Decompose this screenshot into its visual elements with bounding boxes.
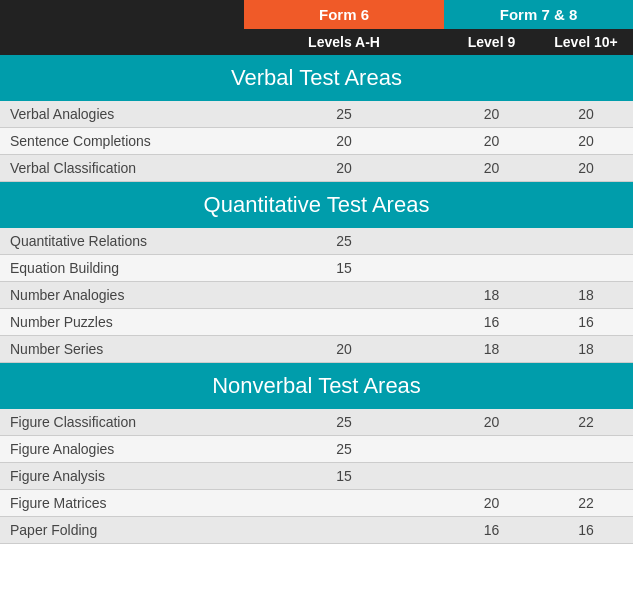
cell-level10: 18 [539, 282, 633, 309]
cell-levels-ah [244, 309, 444, 336]
cell-levels-ah: 20 [244, 128, 444, 155]
table-row: Figure Analysis15 [0, 463, 633, 490]
table-row: Verbal Classification202020 [0, 155, 633, 182]
cell-level10: 20 [539, 128, 633, 155]
cell-level9: 20 [444, 155, 539, 182]
test-areas-table: Form 6 Form 7 & 8 Levels A-H Level 9 Lev… [0, 0, 633, 544]
row-label: Figure Analysis [0, 463, 244, 490]
cell-level9: 16 [444, 309, 539, 336]
row-label: Number Series [0, 336, 244, 363]
cell-level10: 18 [539, 336, 633, 363]
table-row: Number Analogies1818 [0, 282, 633, 309]
cell-level9 [444, 228, 539, 255]
cell-levels-ah: 20 [244, 155, 444, 182]
cell-levels-ah: 25 [244, 436, 444, 463]
level-header-row: Levels A-H Level 9 Level 10+ [0, 29, 633, 55]
cell-level9: 16 [444, 517, 539, 544]
cell-level9: 18 [444, 336, 539, 363]
level9-header: Level 9 [444, 29, 539, 55]
table-row: Verbal Analogies252020 [0, 101, 633, 128]
cell-levels-ah [244, 517, 444, 544]
cell-levels-ah: 25 [244, 409, 444, 436]
cell-level10: 16 [539, 309, 633, 336]
table-row: Figure Matrices2022 [0, 490, 633, 517]
levels-ah-header: Levels A-H [244, 29, 444, 55]
cell-level9: 20 [444, 409, 539, 436]
table-row: Figure Analogies25 [0, 436, 633, 463]
table-row: Quantitative Relations25 [0, 228, 633, 255]
row-label: Number Puzzles [0, 309, 244, 336]
row-label: Verbal Classification [0, 155, 244, 182]
cell-level10 [539, 463, 633, 490]
main-table-wrapper: Form 6 Form 7 & 8 Levels A-H Level 9 Lev… [0, 0, 633, 544]
row-label: Number Analogies [0, 282, 244, 309]
form6-header: Form 6 [244, 0, 444, 29]
cell-level9 [444, 255, 539, 282]
row-label: Verbal Analogies [0, 101, 244, 128]
section-header-2: Nonverbal Test Areas [0, 363, 633, 410]
cell-level9 [444, 463, 539, 490]
table-row: Sentence Completions202020 [0, 128, 633, 155]
table-row: Figure Classification252022 [0, 409, 633, 436]
row-label: Figure Classification [0, 409, 244, 436]
table-row: Number Series201818 [0, 336, 633, 363]
cell-level9 [444, 436, 539, 463]
row-label: Equation Building [0, 255, 244, 282]
cell-level10 [539, 255, 633, 282]
cell-level10: 22 [539, 490, 633, 517]
cell-levels-ah: 20 [244, 336, 444, 363]
section-header-0: Verbal Test Areas [0, 55, 633, 101]
cell-levels-ah [244, 490, 444, 517]
table-row: Equation Building15 [0, 255, 633, 282]
cell-level9: 20 [444, 128, 539, 155]
cell-levels-ah: 25 [244, 228, 444, 255]
cell-levels-ah: 15 [244, 255, 444, 282]
cell-level10: 20 [539, 155, 633, 182]
cell-levels-ah [244, 282, 444, 309]
cell-level10: 20 [539, 101, 633, 128]
section-header-1: Quantitative Test Areas [0, 182, 633, 229]
levels-row-label [0, 29, 244, 55]
table-row: Paper Folding1616 [0, 517, 633, 544]
cell-level10: 22 [539, 409, 633, 436]
row-label: Figure Analogies [0, 436, 244, 463]
cell-level10: 16 [539, 517, 633, 544]
table-row: Number Puzzles1616 [0, 309, 633, 336]
cell-level10 [539, 436, 633, 463]
form-header-row: Form 6 Form 7 & 8 [0, 0, 633, 29]
row-label: Quantitative Relations [0, 228, 244, 255]
row-label: Paper Folding [0, 517, 244, 544]
cell-levels-ah: 25 [244, 101, 444, 128]
header-empty-label [0, 0, 244, 29]
cell-level10 [539, 228, 633, 255]
form78-header: Form 7 & 8 [444, 0, 633, 29]
cell-level9: 18 [444, 282, 539, 309]
row-label: Sentence Completions [0, 128, 244, 155]
cell-level9: 20 [444, 101, 539, 128]
level10-header: Level 10+ [539, 29, 633, 55]
cell-levels-ah: 15 [244, 463, 444, 490]
row-label: Figure Matrices [0, 490, 244, 517]
cell-level9: 20 [444, 490, 539, 517]
